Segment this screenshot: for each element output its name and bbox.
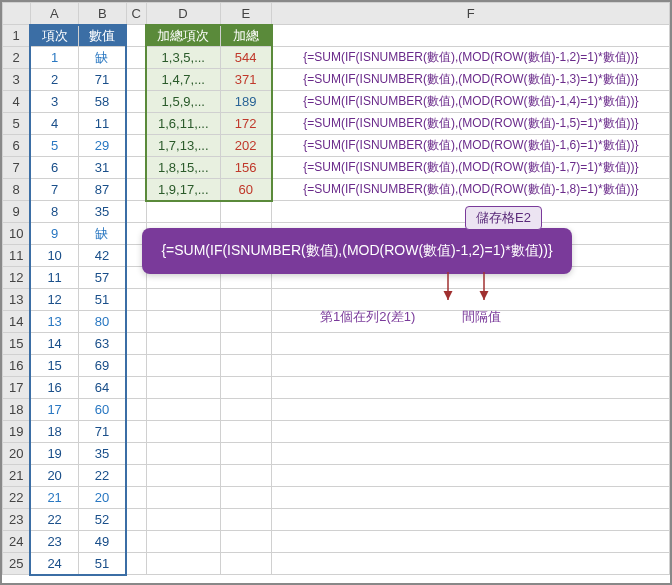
cell-E1[interactable]: 加總 [220, 25, 272, 47]
cell-F16[interactable] [272, 355, 670, 377]
cell-B4[interactable]: 58 [78, 91, 126, 113]
cell-A14[interactable]: 13 [30, 311, 78, 333]
cell-F19[interactable] [272, 421, 670, 443]
cell-C2[interactable] [126, 47, 146, 69]
cell-E7[interactable]: 156 [220, 157, 272, 179]
cell-A24[interactable]: 23 [30, 531, 78, 553]
row-header[interactable]: 5 [3, 113, 31, 135]
cell-B12[interactable]: 57 [78, 267, 126, 289]
cell-B20[interactable]: 35 [78, 443, 126, 465]
cell-A16[interactable]: 15 [30, 355, 78, 377]
cell-E6[interactable]: 202 [220, 135, 272, 157]
cell-F2[interactable]: {=SUM(IF(ISNUMBER(數值),(MOD(ROW(數值)-1,2)=… [272, 47, 670, 69]
cell-B8[interactable]: 87 [78, 179, 126, 201]
cell-F7[interactable]: {=SUM(IF(ISNUMBER(數值),(MOD(ROW(數值)-1,7)=… [272, 157, 670, 179]
cell-C23[interactable] [126, 509, 146, 531]
cell-A20[interactable]: 19 [30, 443, 78, 465]
cell-A21[interactable]: 20 [30, 465, 78, 487]
cell-B19[interactable]: 71 [78, 421, 126, 443]
cell-E23[interactable] [220, 509, 272, 531]
cell-C20[interactable] [126, 443, 146, 465]
cell-F20[interactable] [272, 443, 670, 465]
cell-A1[interactable]: 項次 [30, 25, 78, 47]
cell-D20[interactable] [146, 443, 220, 465]
select-all[interactable] [3, 3, 31, 25]
cell-D3[interactable]: 1,4,7,... [146, 69, 220, 91]
cell-A17[interactable]: 16 [30, 377, 78, 399]
cell-C18[interactable] [126, 399, 146, 421]
cell-C13[interactable] [126, 289, 146, 311]
cell-B1[interactable]: 數值 [78, 25, 126, 47]
cell-C15[interactable] [126, 333, 146, 355]
cell-D2[interactable]: 1,3,5,... [146, 47, 220, 69]
cell-F1[interactable] [272, 25, 670, 47]
cell-E2[interactable]: 544 [220, 47, 272, 69]
cell-D21[interactable] [146, 465, 220, 487]
cell-E24[interactable] [220, 531, 272, 553]
cell-B14[interactable]: 80 [78, 311, 126, 333]
row-header[interactable]: 12 [3, 267, 31, 289]
row-header[interactable]: 16 [3, 355, 31, 377]
cell-C9[interactable] [126, 201, 146, 223]
cell-A15[interactable]: 14 [30, 333, 78, 355]
cell-D24[interactable] [146, 531, 220, 553]
row-header[interactable]: 7 [3, 157, 31, 179]
cell-B24[interactable]: 49 [78, 531, 126, 553]
cell-F24[interactable] [272, 531, 670, 553]
cell-C16[interactable] [126, 355, 146, 377]
cell-B7[interactable]: 31 [78, 157, 126, 179]
row-header[interactable]: 24 [3, 531, 31, 553]
cell-A8[interactable]: 7 [30, 179, 78, 201]
cell-E13[interactable] [220, 289, 272, 311]
cell-D19[interactable] [146, 421, 220, 443]
cell-E20[interactable] [220, 443, 272, 465]
cell-F22[interactable] [272, 487, 670, 509]
cell-B17[interactable]: 64 [78, 377, 126, 399]
cell-A25[interactable]: 24 [30, 553, 78, 575]
row-header[interactable]: 11 [3, 245, 31, 267]
cell-A6[interactable]: 5 [30, 135, 78, 157]
cell-C25[interactable] [126, 553, 146, 575]
cell-C5[interactable] [126, 113, 146, 135]
cell-B15[interactable]: 63 [78, 333, 126, 355]
cell-B16[interactable]: 69 [78, 355, 126, 377]
cell-A9[interactable]: 8 [30, 201, 78, 223]
cell-D22[interactable] [146, 487, 220, 509]
cell-F4[interactable]: {=SUM(IF(ISNUMBER(數值),(MOD(ROW(數值)-1,4)=… [272, 91, 670, 113]
cell-D7[interactable]: 1,8,15,... [146, 157, 220, 179]
cell-B10[interactable]: 缺 [78, 223, 126, 245]
cell-F6[interactable]: {=SUM(IF(ISNUMBER(數值),(MOD(ROW(數值)-1,6)=… [272, 135, 670, 157]
cell-E14[interactable] [220, 311, 272, 333]
cell-E22[interactable] [220, 487, 272, 509]
row-header[interactable]: 21 [3, 465, 31, 487]
cell-B2[interactable]: 缺 [78, 47, 126, 69]
cell-F23[interactable] [272, 509, 670, 531]
cell-A12[interactable]: 11 [30, 267, 78, 289]
row-header[interactable]: 25 [3, 553, 31, 575]
cell-E18[interactable] [220, 399, 272, 421]
cell-C8[interactable] [126, 179, 146, 201]
cell-D16[interactable] [146, 355, 220, 377]
col-C[interactable]: C [126, 3, 146, 25]
row-header[interactable]: 6 [3, 135, 31, 157]
cell-E4[interactable]: 189 [220, 91, 272, 113]
cell-E17[interactable] [220, 377, 272, 399]
cell-B9[interactable]: 35 [78, 201, 126, 223]
row-header[interactable]: 17 [3, 377, 31, 399]
col-A[interactable]: A [30, 3, 78, 25]
cell-D13[interactable] [146, 289, 220, 311]
cell-B22[interactable]: 20 [78, 487, 126, 509]
cell-B5[interactable]: 11 [78, 113, 126, 135]
row-header[interactable]: 19 [3, 421, 31, 443]
row-header[interactable]: 20 [3, 443, 31, 465]
cell-A7[interactable]: 6 [30, 157, 78, 179]
row-header[interactable]: 23 [3, 509, 31, 531]
row-header[interactable]: 15 [3, 333, 31, 355]
col-D[interactable]: D [146, 3, 220, 25]
cell-F3[interactable]: {=SUM(IF(ISNUMBER(數值),(MOD(ROW(數值)-1,3)=… [272, 69, 670, 91]
cell-C4[interactable] [126, 91, 146, 113]
col-F[interactable]: F [272, 3, 670, 25]
cell-A19[interactable]: 18 [30, 421, 78, 443]
cell-D8[interactable]: 1,9,17,... [146, 179, 220, 201]
cell-D23[interactable] [146, 509, 220, 531]
